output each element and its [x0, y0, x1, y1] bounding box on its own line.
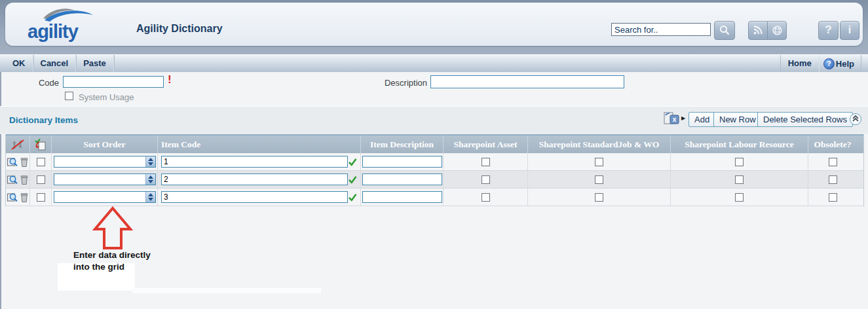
sort-order-spinner[interactable]: [54, 191, 156, 203]
help-label: Help: [836, 56, 854, 73]
column-header-item-code[interactable]: Item Code: [158, 136, 361, 153]
delete-row-icon[interactable]: [20, 174, 29, 185]
spinner-arrows[interactable]: [145, 174, 155, 185]
chevron-right-icon[interactable]: ▶: [681, 115, 685, 121]
sharepoint-asset-checkbox[interactable]: [481, 175, 490, 184]
annotation-whiteout: [132, 288, 321, 293]
table-row: [6, 189, 863, 206]
dictionary-items-section-bar: Dictionary Items x ▶ Add New Row Delete …: [0, 106, 868, 134]
description-input[interactable]: [430, 75, 624, 88]
item-code-input[interactable]: [161, 156, 348, 168]
collapse-section-button[interactable]: [850, 113, 861, 125]
table-row: [6, 171, 863, 189]
annotation-text-line2: into the grid: [73, 262, 124, 272]
select-rows-column-header[interactable]: [30, 136, 52, 153]
item-description-input[interactable]: [362, 191, 442, 203]
search-button[interactable]: [714, 21, 735, 40]
sharepoint-asset-checkbox[interactable]: [481, 193, 490, 202]
agility-logo: agility: [24, 5, 109, 45]
clear-sort-icon: [9, 138, 26, 151]
action-toolbar: OK Cancel Paste Home ? Help: [0, 54, 868, 73]
search-icon: [719, 24, 730, 36]
section-title: Dictionary Items: [9, 115, 78, 125]
page-title: Agility Dictionary: [136, 23, 223, 35]
sharepoint-labour-resource-checkbox[interactable]: [735, 193, 744, 202]
table-row: [6, 153, 863, 171]
column-header-sharepoint-asset[interactable]: Sharepoint Asset: [443, 136, 528, 153]
sharepoint-labour-resource-checkbox[interactable]: [735, 158, 744, 166]
obsolete-checkbox[interactable]: [829, 193, 837, 202]
help-question-button[interactable]: ?: [818, 21, 839, 40]
delete-row-icon[interactable]: [20, 192, 29, 203]
sharepoint-standardjob-wo-checkbox[interactable]: [595, 158, 603, 166]
cancel-button[interactable]: Cancel: [33, 55, 77, 73]
row-select-checkbox[interactable]: [37, 175, 45, 184]
add-button[interactable]: Add: [689, 112, 715, 127]
help-circle-icon: ?: [823, 58, 835, 69]
zoom-row-icon[interactable]: [7, 174, 18, 185]
search-input[interactable]: [611, 23, 711, 36]
column-header-item-description[interactable]: Item Description: [361, 136, 443, 153]
column-header-sort-order[interactable]: Sort Order: [52, 136, 158, 153]
rss-icon: [753, 25, 763, 35]
spinner-arrows[interactable]: [145, 192, 155, 202]
zoom-row-icon[interactable]: [7, 192, 18, 203]
required-mark: !: [168, 73, 172, 86]
description-label: Description: [378, 78, 427, 88]
item-code-input[interactable]: [161, 173, 348, 185]
header-card: agility Agility Dictionary ?: [5, 3, 863, 46]
delete-selected-rows-button[interactable]: Delete Selected Rows: [757, 112, 853, 127]
annotation-up-arrow-icon: [90, 206, 136, 252]
valid-check-icon: [348, 175, 357, 184]
home-button[interactable]: Home: [780, 55, 819, 73]
item-description-input[interactable]: [362, 173, 442, 185]
info-button[interactable]: i: [840, 21, 859, 40]
globe-icon: [772, 25, 783, 36]
sort-order-spinner[interactable]: [54, 156, 156, 168]
toolbar-left: OK Cancel Paste: [5, 55, 114, 73]
spinner-arrows[interactable]: [145, 156, 155, 167]
paste-button[interactable]: Paste: [76, 55, 114, 73]
sharepoint-labour-resource-checkbox[interactable]: [735, 175, 744, 184]
sharepoint-standardjob-wo-checkbox[interactable]: [595, 175, 603, 184]
annotation-text-line1: Enter data directly: [73, 250, 151, 260]
column-header-sharepoint-labour-resource[interactable]: Sharepoint Labour Resource: [671, 136, 808, 153]
sort-order-input[interactable]: [54, 156, 149, 167]
sharepoint-standardjob-wo-checkbox[interactable]: [595, 193, 603, 202]
sort-order-spinner[interactable]: [54, 173, 156, 185]
valid-check-icon: [348, 157, 357, 166]
column-header-obsolete[interactable]: Obsolete?: [808, 136, 857, 153]
item-description-input[interactable]: [362, 156, 442, 168]
sort-order-input[interactable]: [54, 174, 149, 185]
sort-order-input[interactable]: [54, 192, 149, 202]
grid-header-row: Sort Order Item Code Item Description Sh…: [6, 134, 863, 153]
help-button[interactable]: ? Help: [819, 55, 861, 73]
system-usage-checkbox[interactable]: [65, 92, 73, 100]
clear-sort-column-header[interactable]: [6, 136, 30, 153]
column-header-sharepoint-standardjob-wo[interactable]: Sharepoint StandardJob & WO: [528, 136, 671, 153]
new-row-button[interactable]: New Row: [713, 112, 762, 127]
zoom-row-icon[interactable]: [7, 156, 18, 168]
globe-button[interactable]: [767, 21, 787, 40]
rss-button[interactable]: [748, 21, 768, 40]
sharepoint-asset-checkbox[interactable]: [481, 158, 490, 166]
dictionary-items-grid: Sort Order Item Code Item Description Sh…: [5, 134, 864, 206]
valid-check-icon: [348, 192, 357, 202]
row-select-checkbox[interactable]: [37, 158, 45, 166]
toolbar-right: Home ? Help: [780, 55, 861, 73]
logo-text: agility: [28, 21, 78, 43]
chevron-double-up-icon: [851, 114, 860, 123]
toggle-selection-icon: [34, 138, 47, 151]
svg-text:x: x: [673, 116, 677, 123]
code-input[interactable]: [63, 76, 164, 88]
delete-row-icon[interactable]: [20, 156, 29, 168]
system-usage-label: System Usage: [79, 92, 134, 102]
obsolete-checkbox[interactable]: [829, 158, 837, 166]
main-content: Code ! System Usage Description Dictiona…: [0, 72, 868, 309]
obsolete-checkbox[interactable]: [829, 175, 837, 184]
excel-export-icon[interactable]: x: [663, 111, 680, 126]
ok-button[interactable]: OK: [5, 55, 33, 73]
code-label: Code: [33, 78, 59, 88]
row-select-checkbox[interactable]: [37, 193, 45, 202]
item-code-input[interactable]: [161, 191, 348, 203]
